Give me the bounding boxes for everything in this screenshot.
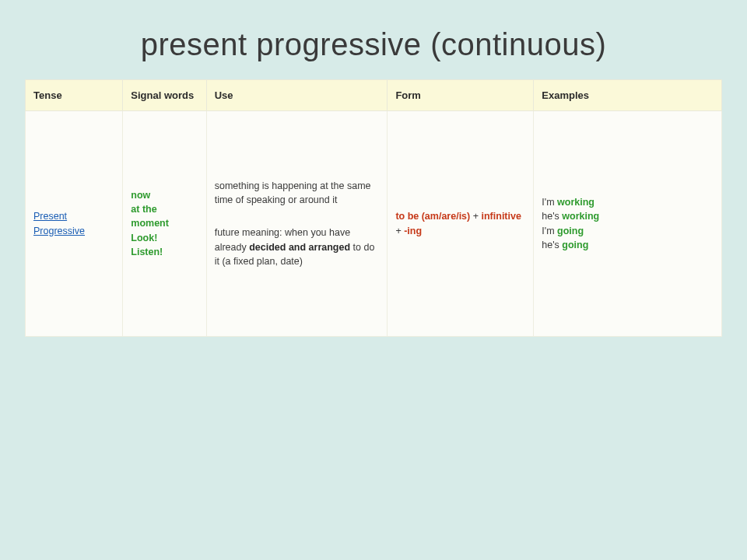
table-header-row: Tense Signal words Use Form Examples <box>26 80 722 111</box>
ex-prefix: I'm <box>542 226 557 236</box>
cell-signal: now at the moment Look! Listen! <box>123 111 206 337</box>
page-title: present progressive (continuous) <box>0 0 747 79</box>
link-line1: Present <box>33 211 67 222</box>
ex-verb: working <box>557 197 594 208</box>
signal-word: Look! <box>131 233 157 243</box>
cell-form: to be (am/are/is) + infinitive + -ing <box>388 111 534 337</box>
form-part: infinitive <box>482 211 521 222</box>
ex-verb: going <box>557 226 584 236</box>
th-signal: Signal words <box>123 80 206 111</box>
form-part: to be (am/are/is) <box>395 211 470 222</box>
grammar-table: Tense Signal words Use Form Examples Pre… <box>25 79 722 337</box>
ex-prefix: he's <box>542 211 562 222</box>
th-use: Use <box>206 80 388 111</box>
ex-verb: going <box>562 240 588 250</box>
cell-examples: I'm working he's working I'm going he's … <box>534 111 722 337</box>
use-bold: decided and arranged <box>249 242 350 253</box>
signal-word: now <box>131 190 150 201</box>
use-paragraph: future meaning: when you have already de… <box>215 226 380 268</box>
th-tense: Tense <box>26 80 123 111</box>
signal-word: moment <box>131 218 169 229</box>
link-line2: Progressive <box>33 226 85 236</box>
table-row: Present Progressive now at the moment Lo… <box>26 111 722 337</box>
form-plus: + <box>470 211 481 222</box>
form-part: -ing <box>404 226 422 236</box>
ex-prefix: he's <box>542 240 562 250</box>
ex-prefix: I'm <box>542 197 557 208</box>
cell-tense: Present Progressive <box>26 111 123 337</box>
signal-word: at the <box>131 204 156 215</box>
th-form: Form <box>388 80 534 111</box>
ex-verb: working <box>562 211 599 222</box>
th-examples: Examples <box>534 80 722 111</box>
present-progressive-link[interactable]: Present Progressive <box>33 211 85 236</box>
use-paragraph: something is happening at the same time … <box>215 179 380 207</box>
signal-word: Listen! <box>131 247 163 257</box>
table-container: Tense Signal words Use Form Examples Pre… <box>0 79 747 337</box>
cell-use: something is happening at the same time … <box>206 111 388 337</box>
form-plus: + <box>395 226 404 236</box>
